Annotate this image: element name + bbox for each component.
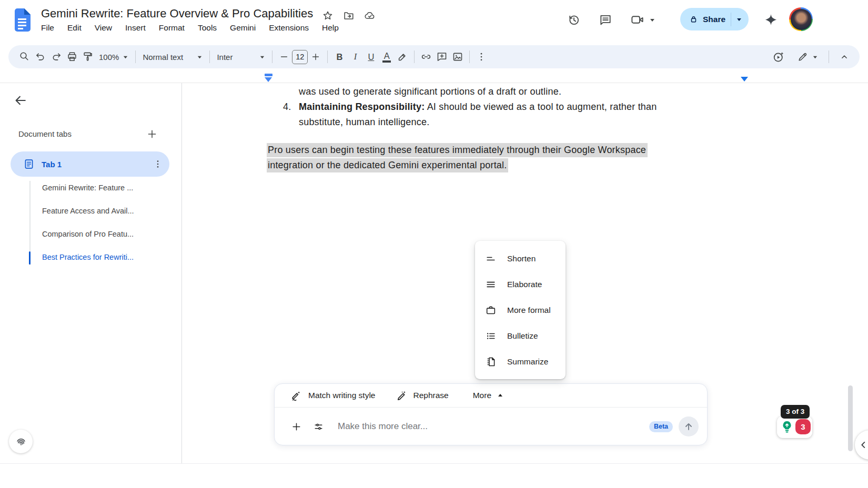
tab-label: Tab 1 <box>42 160 153 169</box>
doc-selected-line-2[interactable]: integration or the dedicated Gemini expe… <box>267 158 508 173</box>
menu-view[interactable]: View <box>95 23 112 33</box>
undo-icon[interactable] <box>33 49 48 65</box>
hide-menus-chevron-icon[interactable] <box>836 49 852 65</box>
close-tabs-panel-back-icon[interactable] <box>13 93 28 108</box>
saved-cloud-icon[interactable] <box>362 8 378 24</box>
move-folder-icon[interactable] <box>341 8 357 24</box>
doc-selected-line-1[interactable]: Pro users can begin testing these featur… <box>267 143 648 158</box>
insert-prompt-plus-icon[interactable] <box>289 420 303 433</box>
share-button[interactable]: Share <box>680 8 749 30</box>
doc-list-line-1[interactable]: Maintaining Responsibility: AI should be… <box>299 99 657 115</box>
underline-glyph: U <box>368 52 374 62</box>
menu-file[interactable]: File <box>41 23 54 33</box>
pager-tooltip: 3 of 3 <box>781 405 810 419</box>
docs-logo-icon[interactable] <box>14 8 31 34</box>
editing-mode-select[interactable] <box>794 51 821 63</box>
underline-button[interactable]: U <box>363 49 379 65</box>
outline-item-4-active[interactable]: Best Practices for Rewriti... <box>42 253 134 261</box>
insert-image-icon[interactable] <box>450 49 466 65</box>
tab-options-kebab-icon[interactable] <box>153 159 163 169</box>
add-comment-icon[interactable] <box>434 49 450 65</box>
zoom-select[interactable]: 100% <box>96 53 132 62</box>
menu-item-label: More formal <box>507 306 551 315</box>
share-label: Share <box>703 15 725 24</box>
document-title[interactable]: Gemini Rewrite: Feature Overview & Pro C… <box>41 7 313 21</box>
caret-down-icon <box>259 54 265 60</box>
comments-icon[interactable] <box>598 12 613 28</box>
tab-document-icon <box>23 158 35 170</box>
doc-list-line-2[interactable]: substitute, human intelligence. <box>299 115 429 130</box>
account-avatar[interactable] <box>789 7 813 31</box>
search-menus-icon[interactable] <box>17 49 33 65</box>
outline-item-1[interactable]: Gemini Rewrite: Feature ... <box>42 184 133 192</box>
submit-prompt-button[interactable] <box>679 416 699 436</box>
menu-item-more-formal[interactable]: More formal <box>475 297 566 323</box>
explore-fingerprint-button[interactable] <box>9 430 33 453</box>
paint-format-icon[interactable] <box>80 49 96 65</box>
vertical-scrollbar-thumb[interactable] <box>848 385 853 451</box>
menu-format[interactable]: Format <box>159 23 185 33</box>
redo-icon[interactable] <box>48 49 64 65</box>
insert-link-icon[interactable] <box>418 49 434 65</box>
prompt-settings-tune-icon[interactable] <box>311 420 325 433</box>
sidebar-tab-1[interactable]: Tab 1 <box>11 151 169 177</box>
star-icon[interactable] <box>320 8 336 24</box>
outline-item-3[interactable]: Comparison of Pro Featu... <box>42 230 134 238</box>
bottom-border-line <box>0 463 868 464</box>
menu-item-summarize[interactable]: Summarize <box>475 349 566 374</box>
doc-paragraph-line[interactable]: was used to generate significant portion… <box>299 84 561 99</box>
video-call-button[interactable] <box>630 13 655 27</box>
ruler-bottom-border <box>0 83 868 83</box>
menu-bar: File Edit View Insert Format Tools Gemin… <box>41 23 339 33</box>
fingerprint-icon <box>14 435 28 449</box>
highlight-color-icon[interactable] <box>395 49 410 65</box>
suggestions-extension-widget[interactable]: 3 <box>777 416 812 438</box>
italic-button[interactable]: I <box>347 49 363 65</box>
toolbar-divider <box>209 50 210 63</box>
gemini-sparkle-icon[interactable] <box>763 12 779 27</box>
menu-item-bulletize[interactable]: Bulletize <box>475 323 566 349</box>
left-indent-marker[interactable] <box>265 77 272 82</box>
menu-item-elaborate[interactable]: Elaborate <box>475 271 566 297</box>
rephrase-chip[interactable]: Rephrase <box>395 390 448 402</box>
lightbulb-icon <box>780 419 794 435</box>
toolbar-divider <box>327 50 328 63</box>
match-writing-style-chip[interactable]: Match writing style <box>290 390 375 402</box>
toolbar-divider <box>829 50 829 63</box>
menu-help[interactable]: Help <box>322 23 339 33</box>
collapse-side-panel-button[interactable] <box>855 430 868 460</box>
paragraph-style-select[interactable]: Normal text <box>139 53 206 62</box>
font-size-input[interactable]: 12 <box>292 50 308 64</box>
outline-item-2[interactable]: Feature Access and Avail... <box>42 207 134 215</box>
increase-font-size-icon[interactable] <box>308 49 324 65</box>
menu-extensions[interactable]: Extensions <box>269 23 309 33</box>
decrease-font-size-icon[interactable] <box>276 49 292 65</box>
rewrite-prompt-input[interactable] <box>338 421 649 432</box>
add-tab-icon[interactable] <box>144 126 160 142</box>
more-tools-kebab-icon[interactable] <box>473 49 489 65</box>
share-caret-icon[interactable] <box>736 16 742 23</box>
bulleted-list-icon <box>485 330 497 342</box>
zoom-value: 100% <box>99 53 119 62</box>
briefcase-icon <box>485 304 497 316</box>
elaborate-icon <box>485 279 497 290</box>
chip-label: Match writing style <box>308 391 375 400</box>
autoplay-sparkle-icon[interactable] <box>771 49 786 65</box>
menu-edit[interactable]: Edit <box>67 23 82 33</box>
menu-tools[interactable]: Tools <box>198 23 217 33</box>
italic-glyph: I <box>354 52 357 62</box>
menu-gemini[interactable]: Gemini <box>230 23 256 33</box>
bold-button[interactable]: B <box>331 49 347 65</box>
font-family-select[interactable]: Inter <box>214 53 268 62</box>
version-history-icon[interactable] <box>566 12 582 28</box>
right-indent-marker[interactable] <box>741 77 748 82</box>
pen-sparkle-icon <box>290 390 302 402</box>
menu-item-shorten[interactable]: Shorten <box>475 246 566 271</box>
doc-list-number[interactable]: 4. <box>283 99 291 115</box>
first-line-indent-marker[interactable] <box>265 74 272 76</box>
more-options-chip[interactable]: More <box>473 391 503 400</box>
text-color-button[interactable]: A <box>379 49 395 65</box>
print-icon[interactable] <box>64 49 80 65</box>
menu-insert[interactable]: Insert <box>125 23 146 33</box>
lock-icon <box>689 14 699 24</box>
